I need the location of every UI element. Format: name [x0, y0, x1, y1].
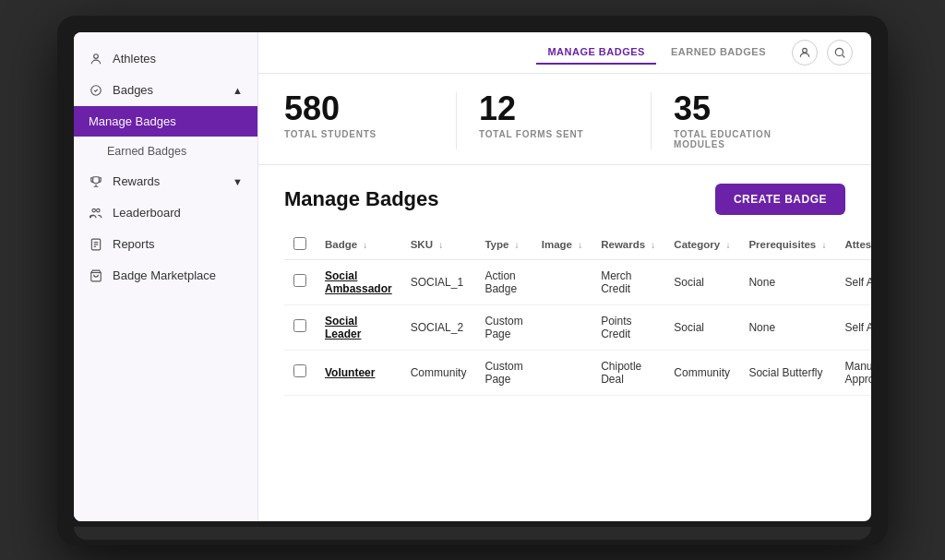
app-container: Athletes Badges ▲ Manage Badges Earned B: [74, 32, 871, 521]
stat-total-forms-sent: 12 Total Forms Sent: [479, 92, 652, 149]
row-3-type: Custom Page: [475, 350, 532, 395]
row-2-type: Custom Page: [475, 304, 532, 350]
row-3-sku: Community: [401, 350, 476, 395]
row-1-image: [532, 259, 592, 304]
sidebar-item-badges[interactable]: Badges ▲: [74, 75, 257, 106]
main-content: Manage Badges Earned Badges: [258, 32, 871, 521]
row-2-attestation: Self Attested: [835, 304, 871, 350]
svg-point-3: [97, 209, 101, 212]
row-2-checkbox[interactable]: [293, 319, 306, 332]
select-all-checkbox-header[interactable]: [284, 230, 316, 260]
person-icon: [89, 52, 103, 66]
badge-name-social-ambassador[interactable]: Social Ambassador: [325, 269, 392, 295]
th-attestation: Attestation ↓: [835, 230, 871, 260]
th-image: Image ↓: [532, 230, 592, 260]
table-row: Social Ambassador SOCIAL_1 Action Badge …: [284, 259, 871, 304]
top-nav: Manage Badges Earned Badges: [258, 32, 871, 74]
create-badge-button[interactable]: Create Badge: [715, 184, 845, 215]
manage-area: Manage Badges Create Badge Badge: [258, 165, 871, 521]
stat-forms-number: 12: [479, 92, 628, 125]
sidebar-item-leaderboard-label: Leaderboard: [113, 206, 181, 220]
sort-rewards-icon[interactable]: ↓: [651, 240, 655, 250]
row-1-badge: Social Ambassador: [316, 259, 401, 304]
sidebar-item-earned-badges-label: Earned Badges: [107, 145, 186, 158]
table-row: Volunteer Community Custom Page Chipotle…: [284, 350, 871, 395]
row-3-attestation: Manual Approval: [835, 350, 871, 395]
badge-name-volunteer[interactable]: Volunteer: [325, 366, 375, 379]
tab-manage-badges[interactable]: Manage Badges: [536, 41, 656, 65]
row-1-checkbox-cell[interactable]: [284, 259, 316, 304]
nav-icons: [792, 40, 853, 66]
stat-total-students: 580 Total Students: [284, 92, 457, 149]
laptop-screen: Athletes Badges ▲ Manage Badges Earned B: [74, 32, 871, 521]
manage-title: Manage Badges: [284, 187, 439, 211]
sidebar-item-earned-badges[interactable]: Earned Badges: [74, 137, 257, 166]
sidebar-item-reports-label: Reports: [113, 237, 155, 251]
svg-point-0: [94, 54, 99, 58]
stats-bar: 580 Total Students 12 Total Forms Sent 3…: [258, 74, 871, 165]
sidebar: Athletes Badges ▲ Manage Badges Earned B: [74, 32, 258, 521]
select-all-checkbox[interactable]: [293, 237, 306, 250]
th-rewards: Rewards ↓: [592, 230, 664, 260]
row-2-image: [532, 304, 592, 350]
th-type: Type ↓: [475, 230, 532, 260]
sort-prerequisites-icon[interactable]: ↓: [821, 240, 826, 250]
th-sku: SKU ↓: [401, 230, 476, 260]
leaderboard-icon: [89, 206, 103, 220]
row-2-category: Social: [664, 304, 739, 350]
row-1-rewards: Merch Credit: [592, 259, 664, 304]
row-1-attestation: Self Attested: [835, 259, 871, 304]
manage-header: Manage Badges Create Badge: [284, 184, 845, 215]
chevron-down-icon: ▼: [233, 176, 243, 187]
th-prerequisites: Prerequisites ↓: [739, 230, 835, 260]
row-3-image: [532, 350, 592, 395]
row-3-badge: Volunteer: [316, 350, 401, 395]
row-3-checkbox[interactable]: [293, 364, 306, 377]
sort-badge-icon[interactable]: ↓: [363, 240, 367, 250]
row-2-checkbox-cell[interactable]: [284, 304, 316, 350]
sidebar-item-leaderboard[interactable]: Leaderboard: [74, 197, 257, 229]
sort-type-icon[interactable]: ↓: [515, 240, 520, 250]
sidebar-item-athletes[interactable]: Athletes: [74, 43, 257, 75]
row-3-prerequisites: Social Butterfly: [739, 350, 835, 395]
sort-sku-icon[interactable]: ↓: [438, 240, 443, 250]
th-category: Category ↓: [664, 230, 739, 260]
stat-students-number: 580: [284, 92, 434, 125]
badge-icon: [89, 83, 103, 98]
search-icon-button[interactable]: [827, 40, 853, 66]
row-2-prerequisites: None: [739, 304, 835, 350]
table-header-row: Badge ↓ SKU ↓ Type ↓: [284, 230, 871, 260]
sidebar-item-reports[interactable]: Reports: [74, 229, 257, 260]
stat-students-label: Total Students: [284, 129, 434, 139]
row-2-badge: Social Leader: [316, 304, 401, 350]
row-3-category: Community: [664, 350, 739, 395]
sort-category-icon[interactable]: ↓: [725, 240, 730, 250]
trophy-icon: [89, 174, 103, 189]
row-1-prerequisites: None: [739, 259, 835, 304]
sidebar-item-manage-badges[interactable]: Manage Badges: [74, 106, 257, 137]
row-3-rewards: Chipotle Deal: [592, 350, 664, 395]
stat-total-education-modules: 35 Total Education Modules: [674, 92, 845, 149]
sidebar-item-rewards[interactable]: Rewards ▼: [74, 166, 257, 197]
svg-point-2: [92, 209, 96, 212]
badge-name-social-leader[interactable]: Social Leader: [325, 315, 361, 340]
sidebar-item-badge-marketplace[interactable]: Badge Marketplace: [74, 260, 257, 292]
row-1-category: Social: [664, 259, 739, 304]
sort-image-icon[interactable]: ↓: [578, 240, 582, 250]
sidebar-item-badge-marketplace-label: Badge Marketplace: [113, 268, 216, 282]
sidebar-item-athletes-label: Athletes: [113, 52, 156, 66]
svg-point-9: [803, 48, 807, 53]
row-2-rewards: Points Credit: [592, 304, 664, 350]
row-1-checkbox[interactable]: [293, 274, 306, 287]
stat-modules-number: 35: [674, 92, 823, 125]
svg-point-10: [835, 48, 843, 55]
sidebar-item-rewards-label: Rewards: [113, 174, 160, 188]
report-icon: [89, 237, 103, 252]
row-3-checkbox-cell[interactable]: [284, 350, 316, 395]
cart-icon: [89, 268, 103, 283]
row-1-type: Action Badge: [475, 259, 532, 304]
user-icon-button[interactable]: [792, 40, 818, 66]
tab-earned-badges[interactable]: Earned Badges: [660, 41, 777, 65]
laptop-frame: Athletes Badges ▲ Manage Badges Earned B: [57, 16, 888, 545]
chevron-up-icon: ▲: [233, 85, 243, 96]
